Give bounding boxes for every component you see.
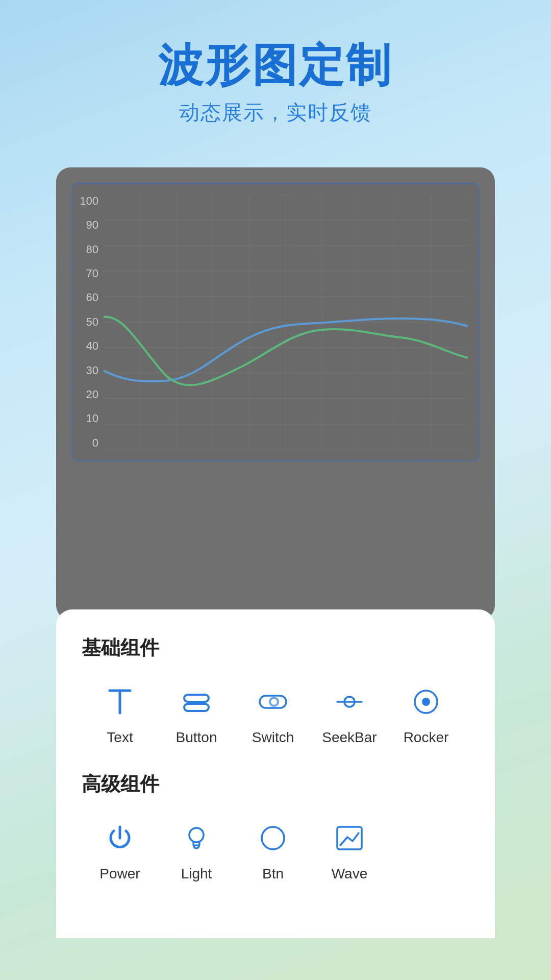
btn-label: Btn <box>262 866 284 882</box>
button-icon <box>176 681 217 722</box>
subtitle: 动态展示，实时反馈 <box>158 99 393 127</box>
seekbar-label: SeekBar <box>322 729 377 746</box>
y-label-10: 10 <box>76 412 98 425</box>
title-section: 波形图定制 动态展示，实时反馈 <box>158 41 393 127</box>
y-label-70: 70 <box>76 267 98 280</box>
component-item-text[interactable]: Text <box>82 681 158 746</box>
seekbar-icon <box>329 681 370 722</box>
light-label: Light <box>181 866 212 882</box>
y-label-80: 80 <box>76 243 98 256</box>
chart-extra-area <box>71 461 480 604</box>
svg-point-32 <box>189 828 204 842</box>
light-icon <box>176 818 217 859</box>
y-label-50: 50 <box>76 315 98 329</box>
component-item-btn[interactable]: Btn <box>235 818 311 882</box>
advanced-section-title: 高级组件 <box>82 771 469 797</box>
switch-icon <box>253 681 293 722</box>
svg-point-34 <box>262 827 284 849</box>
main-title: 波形图定制 <box>158 41 393 90</box>
component-item-rocker[interactable]: Rocker <box>388 681 464 746</box>
svg-point-27 <box>271 699 277 705</box>
btn-icon <box>253 818 293 859</box>
svg-rect-24 <box>184 704 209 711</box>
basic-section-title: 基础组件 <box>82 635 469 661</box>
power-icon <box>99 818 140 859</box>
basic-component-grid: Text Button Switch <box>82 681 469 746</box>
chart-inner: 100 90 80 70 60 50 40 30 20 10 0 <box>71 183 480 461</box>
component-item-wave[interactable]: Wave <box>311 818 388 882</box>
component-item-seekbar[interactable]: SeekBar <box>311 681 388 746</box>
y-label-90: 90 <box>76 218 98 232</box>
chart-grid: 100 90 80 70 60 50 40 30 20 10 0 <box>104 194 468 450</box>
chart-card: 100 90 80 70 60 50 40 30 20 10 0 <box>56 167 495 620</box>
rocker-icon <box>406 681 446 722</box>
wave-icon <box>329 818 370 859</box>
text-label: Text <box>107 729 133 746</box>
component-item-switch[interactable]: Switch <box>235 681 311 746</box>
bottom-panel: 基础组件 Text Button <box>56 609 495 938</box>
power-label: Power <box>99 866 140 882</box>
y-label-100: 100 <box>76 194 98 208</box>
y-label-20: 20 <box>76 388 98 401</box>
button-label: Button <box>176 729 217 746</box>
wave-label: Wave <box>332 866 368 882</box>
y-label-40: 40 <box>76 339 98 353</box>
text-icon <box>99 681 140 722</box>
y-label-60: 60 <box>76 291 98 304</box>
advanced-component-grid: Power Light Btn <box>82 818 469 882</box>
component-item-button[interactable]: Button <box>158 681 235 746</box>
component-item-light[interactable]: Light <box>158 818 235 882</box>
y-axis-labels: 100 90 80 70 60 50 40 30 20 10 0 <box>76 194 98 450</box>
y-label-30: 30 <box>76 364 98 377</box>
component-item-power[interactable]: Power <box>82 818 158 882</box>
svg-point-31 <box>422 698 430 706</box>
chart-svg <box>104 194 468 450</box>
rocker-label: Rocker <box>404 729 449 746</box>
switch-label: Switch <box>252 729 294 746</box>
svg-rect-23 <box>184 695 209 702</box>
y-label-0: 0 <box>76 436 98 450</box>
